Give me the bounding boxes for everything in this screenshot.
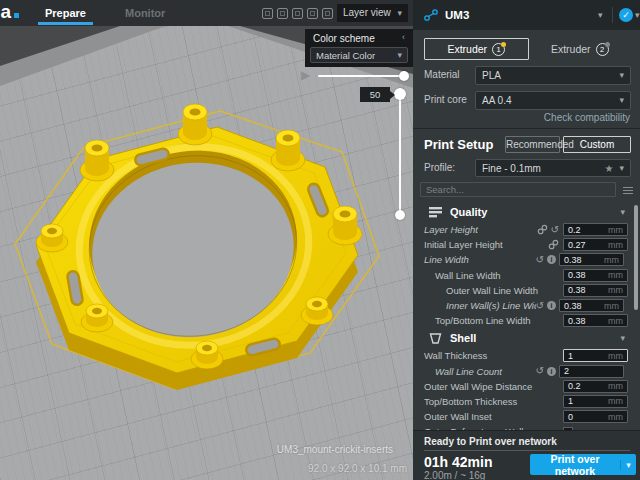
link-icon[interactable] bbox=[537, 224, 548, 235]
setting-row: Initial Layer Height0.27mm bbox=[413, 237, 633, 252]
chevron-down-icon: ▾ bbox=[397, 9, 402, 18]
print-core-label: Print core bbox=[424, 94, 467, 105]
cura-window: ra Prepare Monitor Layer view▾ Color sch… bbox=[0, 0, 640, 480]
info-icon[interactable]: i bbox=[547, 255, 556, 264]
link-icon[interactable] bbox=[548, 239, 559, 250]
setting-value-input[interactable]: 2 bbox=[559, 365, 624, 378]
setting-label: Wall Thickness bbox=[424, 350, 559, 361]
setting-value-input[interactable]: 1mm bbox=[563, 395, 628, 408]
setting-label: Initial Layer Height bbox=[424, 239, 548, 250]
setting-label: Outer Wall Line Width bbox=[424, 285, 559, 296]
color-scheme-dropdown[interactable]: Material Color▾ bbox=[310, 47, 408, 63]
settings-list: Quality▾Layer Height↺0.2mmInitial Layer … bbox=[413, 202, 633, 430]
material-row: Material PLA▾ bbox=[424, 66, 631, 85]
setting-value-input[interactable]: 0.2mm bbox=[563, 223, 628, 236]
path-slider[interactable] bbox=[318, 75, 404, 77]
machine-selector-bar[interactable]: UM3 ▾ ✓ ▾ bbox=[413, 0, 640, 30]
setting-value-input[interactable]: 0.2mm bbox=[563, 380, 628, 393]
setting-row: Outer Wall Line Width0.38mm bbox=[413, 283, 633, 298]
chevron-down-icon: ▾ bbox=[619, 164, 624, 173]
revert-icon[interactable]: ↺ bbox=[551, 225, 559, 235]
setting-row: Outer Wall Wipe Distance0.2mm bbox=[413, 379, 633, 394]
setting-value-input[interactable]: 0.38mm bbox=[559, 299, 624, 312]
layer-slider-top-handle[interactable] bbox=[394, 88, 406, 100]
view-tool-icon[interactable] bbox=[292, 8, 303, 19]
chevron-down-icon: ▾ bbox=[619, 71, 624, 80]
path-slider-handle[interactable] bbox=[399, 71, 409, 81]
setting-row: Top/Bottom Line Width0.38mm bbox=[413, 313, 633, 328]
view-mode-dropdown[interactable]: Layer view▾ bbox=[337, 4, 408, 22]
chevron-down-icon: ▾ bbox=[620, 334, 625, 343]
setting-row: Line Width↺i0.38mm bbox=[413, 252, 633, 267]
print-core-row: Print core AA 0.4▾ bbox=[424, 91, 631, 110]
view-tool-icon[interactable] bbox=[307, 8, 318, 19]
tab-prepare[interactable]: Prepare bbox=[45, 0, 86, 26]
extruder-1-tab[interactable]: Extruder 1 bbox=[424, 38, 529, 60]
settings-search-input[interactable]: Search... bbox=[420, 182, 616, 197]
layer-slider-bottom-handle[interactable] bbox=[395, 210, 405, 220]
info-icon[interactable]: i bbox=[547, 301, 556, 310]
section-header-quality[interactable]: Quality▾ bbox=[413, 202, 633, 222]
profile-dropdown[interactable]: Fine - 0.1mm ★ ▾ bbox=[475, 159, 631, 177]
top-bar: ra Prepare Monitor Layer view▾ bbox=[0, 0, 413, 26]
tab-monitor[interactable]: Monitor bbox=[125, 0, 165, 26]
star-icon[interactable]: ★ bbox=[605, 163, 614, 174]
revert-icon[interactable]: ↺ bbox=[536, 366, 544, 376]
info-icon[interactable]: i bbox=[547, 367, 556, 376]
model-dimensions-label: 92.0 x 92.0 x 10.1 mm bbox=[308, 463, 407, 474]
setting-row: Wall Line Count↺i2 bbox=[413, 364, 633, 379]
revert-icon[interactable]: ↺ bbox=[536, 301, 544, 311]
setting-value-input[interactable]: 0.38mm bbox=[563, 269, 628, 282]
divider bbox=[413, 128, 640, 129]
chevron-down-icon[interactable]: ▾ bbox=[635, 11, 640, 20]
setting-value-input[interactable]: 0.38mm bbox=[559, 253, 624, 266]
profile-row: Profile: Fine - 0.1mm ★ ▾ bbox=[424, 159, 631, 178]
settings-scrollbar[interactable] bbox=[634, 205, 638, 310]
configuration-ok-icon[interactable]: ✓ bbox=[619, 8, 633, 22]
view-tool-icon[interactable] bbox=[322, 8, 333, 19]
extruder-1-number: 1 bbox=[492, 43, 505, 56]
layer-slider[interactable] bbox=[399, 88, 401, 216]
print-core-dropdown[interactable]: AA 0.4▾ bbox=[475, 91, 631, 110]
simulation-play-icon[interactable]: ▶ bbox=[301, 68, 310, 82]
color-scheme-label: Color scheme bbox=[313, 33, 375, 44]
section-header-shell[interactable]: Shell▾ bbox=[413, 328, 633, 348]
printed-model[interactable] bbox=[15, 104, 379, 390]
material-label: Material bbox=[424, 69, 460, 80]
cura-logo: ra bbox=[0, 1, 19, 23]
check-compatibility-link[interactable]: Check compatibility bbox=[544, 112, 630, 123]
machine-name: UM3 bbox=[445, 9, 469, 21]
view-tool-icon[interactable] bbox=[262, 8, 273, 19]
revert-icon[interactable]: ↺ bbox=[536, 255, 544, 265]
setting-value-input[interactable]: 0.27mm bbox=[563, 238, 628, 251]
setting-value-input[interactable]: 0.38mm bbox=[563, 284, 628, 297]
setting-label: Wall Line Count bbox=[424, 366, 536, 377]
setting-value-input[interactable]: 0.38mm bbox=[563, 314, 628, 327]
setting-label: Outer Wall Wipe Distance bbox=[424, 381, 559, 392]
extruder-2-tab[interactable]: Extruder 2 bbox=[529, 38, 632, 60]
chevron-down-icon[interactable]: ▾ bbox=[598, 11, 603, 20]
setting-row: Layer Height↺0.2mm bbox=[413, 222, 633, 237]
color-scheme-panel: Color scheme ‹ Material Color▾ bbox=[305, 29, 413, 67]
recommended-mode-button[interactable]: Recommended bbox=[505, 136, 560, 153]
print-setup-title: Print Setup bbox=[424, 137, 493, 152]
layer-number-badge: 50 bbox=[360, 87, 390, 102]
setting-label: Line Width bbox=[424, 254, 536, 265]
setting-value-input[interactable]: 0mm bbox=[563, 410, 628, 423]
settings-filter-icon[interactable] bbox=[623, 185, 633, 194]
view-tool-icon[interactable] bbox=[277, 8, 288, 19]
setting-label: Layer Height bbox=[424, 224, 537, 235]
setting-label: Outer Wall Inset bbox=[424, 411, 559, 422]
setting-value-input[interactable]: 1mm bbox=[563, 349, 628, 362]
profile-label: Profile: bbox=[424, 162, 455, 173]
custom-mode-button[interactable]: Custom bbox=[563, 136, 631, 153]
print-over-network-button[interactable]: Print over network ▾ bbox=[530, 454, 636, 475]
divider bbox=[424, 450, 630, 451]
material-dropdown[interactable]: PLA▾ bbox=[475, 66, 631, 85]
chevron-down-icon: ▾ bbox=[620, 208, 625, 217]
extruder-2-material-dot bbox=[605, 42, 610, 47]
setting-row: Wall Thickness1mm bbox=[413, 348, 633, 363]
setting-row: Inner Wall(s) Line Width↺i0.38mm bbox=[413, 298, 633, 313]
3d-viewport[interactable]: ra Prepare Monitor Layer view▾ Color sch… bbox=[0, 0, 413, 480]
collapse-panel-icon[interactable]: ‹ bbox=[402, 33, 405, 44]
